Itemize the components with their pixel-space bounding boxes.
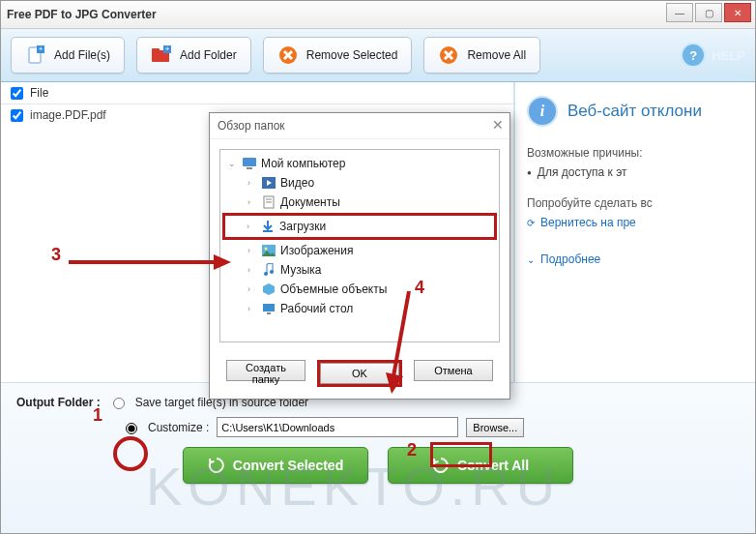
browse-folder-dialog: Обзор папок ✕ ⌄ Мой компьютер ›Видео ›До…	[209, 112, 510, 400]
dialog-title: Обзор папок	[210, 113, 509, 139]
try-label: Попробуйте сделать вс	[527, 196, 743, 210]
add-folder-button[interactable]: + Add Folder	[136, 37, 251, 74]
convert-icon	[208, 457, 225, 474]
chevron-down-icon: ⌄	[527, 254, 535, 265]
tree-node-downloads[interactable]: ›Загрузки	[227, 217, 492, 236]
window-title: Free PDF to JPG Converter	[7, 8, 157, 21]
tree-label: Рабочий стол	[280, 302, 353, 315]
3d-icon	[261, 282, 276, 296]
annotation-2: 2	[407, 440, 417, 460]
svg-rect-20	[263, 304, 275, 312]
tree-node[interactable]: ›Документы	[222, 193, 497, 212]
file-list-header-row: File	[1, 82, 513, 104]
tree-node[interactable]: ›Видео	[222, 173, 497, 193]
radio-customize[interactable]	[126, 423, 137, 434]
add-files-label: Add File(s)	[54, 48, 110, 62]
folder-tree[interactable]: ⌄ Мой компьютер ›Видео ›Документы ›Загру…	[219, 149, 500, 342]
svg-rect-10	[247, 167, 252, 169]
more-item[interactable]: ⌄Подробнее	[527, 252, 743, 266]
dialog-close-button[interactable]: ✕	[492, 117, 504, 133]
convert-selected-button[interactable]: Convert Selected	[183, 447, 368, 484]
browse-button[interactable]: Browse...	[466, 418, 524, 437]
downloads-icon	[260, 220, 276, 233]
file-header-label: File	[30, 86, 48, 100]
folder-add-icon: +	[151, 45, 172, 65]
remove-icon	[277, 45, 299, 65]
desktop-icon	[261, 302, 276, 315]
new-folder-button[interactable]: Создать папку	[226, 360, 305, 381]
expand-icon[interactable]: ›	[247, 178, 257, 188]
maximize-button[interactable]: ▢	[695, 3, 722, 22]
annotation-1: 1	[93, 405, 102, 426]
images-icon	[261, 244, 276, 257]
minimize-button[interactable]: —	[666, 3, 693, 22]
more-link[interactable]: Подробнее	[540, 252, 600, 266]
remove-all-label: Remove All	[467, 48, 526, 62]
selected-node-highlight: ›Загрузки	[222, 213, 497, 240]
tree-label: Видео	[280, 176, 314, 190]
tree-node[interactable]: ›Рабочий стол	[222, 299, 497, 318]
file-add-icon: +	[25, 45, 46, 65]
convert-selected-label: Convert Selected	[233, 458, 343, 473]
close-button[interactable]: ✕	[724, 3, 751, 22]
svg-point-18	[264, 272, 268, 276]
expand-icon[interactable]: ›	[247, 304, 257, 313]
annotation-arrow-3	[69, 252, 233, 272]
documents-icon	[261, 195, 276, 209]
help-button[interactable]: ? HELP	[681, 43, 745, 68]
try-link[interactable]: Вернитесь на пре	[540, 216, 636, 229]
try-item[interactable]: ⟳Вернитесь на пре	[527, 216, 743, 229]
tree-label: Изображения	[280, 244, 353, 257]
annotation-ring-1	[113, 436, 148, 471]
expand-icon[interactable]: ›	[247, 222, 256, 231]
radio-source-folder[interactable]	[113, 398, 125, 409]
info-icon: i	[527, 96, 558, 127]
app-window: Free PDF to JPG Converter — ▢ ✕ + Add Fi…	[0, 0, 756, 534]
radio-customize-label: Customize :	[148, 421, 209, 434]
file-checkbox[interactable]	[11, 109, 23, 122]
expand-icon[interactable]: ›	[247, 246, 257, 255]
tree-node[interactable]: ›Музыка	[222, 260, 497, 280]
remove-all-button[interactable]: Remove All	[423, 37, 540, 74]
side-panel: i Веб-сайт отклони Возможные причины: ●Д…	[513, 82, 755, 382]
computer-icon	[242, 157, 257, 170]
dialog-buttons: Создать папку OK Отмена	[210, 352, 509, 399]
file-name: image.PDF.pdf	[30, 108, 106, 122]
info-header: i Веб-сайт отклони	[527, 96, 743, 127]
svg-rect-4	[152, 48, 160, 52]
tree-node[interactable]: ›Объемные объекты	[222, 280, 497, 299]
svg-point-19	[270, 270, 274, 274]
add-folder-label: Add Folder	[180, 48, 237, 62]
annotation-arrow-4	[380, 291, 419, 398]
tree-label: Музыка	[280, 263, 321, 277]
svg-rect-9	[243, 158, 256, 166]
add-files-button[interactable]: + Add File(s)	[11, 37, 125, 74]
remove-selected-button[interactable]: Remove Selected	[263, 37, 413, 74]
tree-label: Загрузки	[279, 220, 326, 233]
svg-text:+: +	[39, 45, 44, 53]
cancel-button[interactable]: Отмена	[414, 360, 493, 381]
svg-text:+: +	[165, 45, 170, 53]
expand-icon[interactable]: ›	[247, 265, 257, 275]
remove-all-icon	[438, 45, 459, 65]
tree-root[interactable]: ⌄ Мой компьютер	[222, 154, 497, 173]
reasons-label: Возможные причины:	[527, 146, 743, 160]
titlebar: Free PDF to JPG Converter — ▢ ✕	[1, 1, 755, 29]
video-icon	[261, 176, 276, 190]
expand-icon[interactable]: ›	[247, 197, 257, 207]
svg-line-23	[393, 291, 409, 376]
annotation-4: 4	[415, 278, 424, 298]
refresh-bullet-icon: ⟳	[527, 218, 535, 228]
annotation-box-browse	[430, 442, 492, 467]
output-folder-label: Output Folder :	[16, 396, 101, 409]
expand-icon[interactable]: ›	[247, 284, 257, 294]
remove-selected-label: Remove Selected	[306, 48, 398, 62]
tree-label: Объемные объекты	[280, 282, 387, 296]
help-label: HELP	[712, 48, 745, 63]
info-heading: Веб-сайт отклони	[567, 102, 702, 121]
collapse-icon[interactable]: ⌄	[228, 159, 238, 168]
tree-node[interactable]: ›Изображения	[222, 241, 497, 260]
select-all-checkbox[interactable]	[11, 87, 23, 100]
path-input[interactable]	[217, 417, 458, 437]
toolbar: + Add File(s) + Add Folder Remove Select…	[1, 29, 755, 82]
